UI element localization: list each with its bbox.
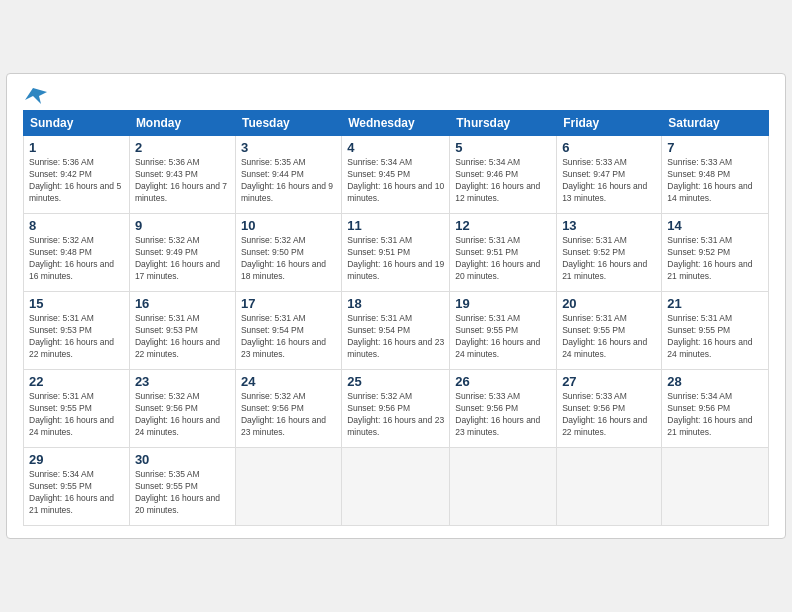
day-cell-20: 20 Sunrise: 5:31 AM Sunset: 9:55 PM Dayl…: [557, 292, 662, 370]
day-number: 6: [562, 140, 656, 155]
weekday-header-sunday: Sunday: [24, 111, 130, 136]
day-number: 24: [241, 374, 336, 389]
day-info: Sunrise: 5:32 AM Sunset: 9:48 PM Dayligh…: [29, 235, 124, 283]
day-number: 15: [29, 296, 124, 311]
day-number: 16: [135, 296, 230, 311]
weekday-header-saturday: Saturday: [662, 111, 769, 136]
day-number: 30: [135, 452, 230, 467]
empty-cell: [662, 448, 769, 526]
calendar-table: SundayMondayTuesdayWednesdayThursdayFrid…: [23, 110, 769, 526]
weekday-header-monday: Monday: [129, 111, 235, 136]
week-row-1: 1 Sunrise: 5:36 AM Sunset: 9:42 PM Dayli…: [24, 136, 769, 214]
day-number: 5: [455, 140, 551, 155]
weekday-header-tuesday: Tuesday: [235, 111, 341, 136]
day-cell-27: 27 Sunrise: 5:33 AM Sunset: 9:56 PM Dayl…: [557, 370, 662, 448]
day-cell-24: 24 Sunrise: 5:32 AM Sunset: 9:56 PM Dayl…: [235, 370, 341, 448]
day-info: Sunrise: 5:31 AM Sunset: 9:53 PM Dayligh…: [135, 313, 230, 361]
weekday-header-row: SundayMondayTuesdayWednesdayThursdayFrid…: [24, 111, 769, 136]
day-number: 7: [667, 140, 763, 155]
day-info: Sunrise: 5:33 AM Sunset: 9:56 PM Dayligh…: [562, 391, 656, 439]
day-number: 27: [562, 374, 656, 389]
day-number: 3: [241, 140, 336, 155]
day-cell-17: 17 Sunrise: 5:31 AM Sunset: 9:54 PM Dayl…: [235, 292, 341, 370]
day-number: 2: [135, 140, 230, 155]
day-cell-18: 18 Sunrise: 5:31 AM Sunset: 9:54 PM Dayl…: [342, 292, 450, 370]
day-info: Sunrise: 5:31 AM Sunset: 9:51 PM Dayligh…: [455, 235, 551, 283]
day-number: 25: [347, 374, 444, 389]
day-cell-4: 4 Sunrise: 5:34 AM Sunset: 9:45 PM Dayli…: [342, 136, 450, 214]
day-number: 9: [135, 218, 230, 233]
day-cell-13: 13 Sunrise: 5:31 AM Sunset: 9:52 PM Dayl…: [557, 214, 662, 292]
weekday-header-wednesday: Wednesday: [342, 111, 450, 136]
day-number: 18: [347, 296, 444, 311]
day-cell-5: 5 Sunrise: 5:34 AM Sunset: 9:46 PM Dayli…: [450, 136, 557, 214]
day-cell-12: 12 Sunrise: 5:31 AM Sunset: 9:51 PM Dayl…: [450, 214, 557, 292]
day-number: 23: [135, 374, 230, 389]
day-cell-15: 15 Sunrise: 5:31 AM Sunset: 9:53 PM Dayl…: [24, 292, 130, 370]
day-info: Sunrise: 5:33 AM Sunset: 9:48 PM Dayligh…: [667, 157, 763, 205]
day-info: Sunrise: 5:31 AM Sunset: 9:55 PM Dayligh…: [667, 313, 763, 361]
day-info: Sunrise: 5:36 AM Sunset: 9:42 PM Dayligh…: [29, 157, 124, 205]
day-info: Sunrise: 5:31 AM Sunset: 9:52 PM Dayligh…: [667, 235, 763, 283]
day-number: 20: [562, 296, 656, 311]
weekday-header-thursday: Thursday: [450, 111, 557, 136]
day-number: 8: [29, 218, 124, 233]
day-number: 12: [455, 218, 551, 233]
day-info: Sunrise: 5:32 AM Sunset: 9:56 PM Dayligh…: [135, 391, 230, 439]
day-info: Sunrise: 5:35 AM Sunset: 9:55 PM Dayligh…: [135, 469, 230, 517]
day-cell-14: 14 Sunrise: 5:31 AM Sunset: 9:52 PM Dayl…: [662, 214, 769, 292]
day-number: 4: [347, 140, 444, 155]
week-row-2: 8 Sunrise: 5:32 AM Sunset: 9:48 PM Dayli…: [24, 214, 769, 292]
day-cell-22: 22 Sunrise: 5:31 AM Sunset: 9:55 PM Dayl…: [24, 370, 130, 448]
day-info: Sunrise: 5:33 AM Sunset: 9:47 PM Dayligh…: [562, 157, 656, 205]
day-cell-26: 26 Sunrise: 5:33 AM Sunset: 9:56 PM Dayl…: [450, 370, 557, 448]
day-info: Sunrise: 5:31 AM Sunset: 9:54 PM Dayligh…: [347, 313, 444, 361]
day-cell-1: 1 Sunrise: 5:36 AM Sunset: 9:42 PM Dayli…: [24, 136, 130, 214]
day-number: 17: [241, 296, 336, 311]
header: [23, 86, 769, 100]
day-info: Sunrise: 5:34 AM Sunset: 9:45 PM Dayligh…: [347, 157, 444, 205]
empty-cell: [557, 448, 662, 526]
day-cell-19: 19 Sunrise: 5:31 AM Sunset: 9:55 PM Dayl…: [450, 292, 557, 370]
day-info: Sunrise: 5:32 AM Sunset: 9:56 PM Dayligh…: [241, 391, 336, 439]
day-cell-8: 8 Sunrise: 5:32 AM Sunset: 9:48 PM Dayli…: [24, 214, 130, 292]
empty-cell: [235, 448, 341, 526]
day-number: 26: [455, 374, 551, 389]
day-info: Sunrise: 5:34 AM Sunset: 9:46 PM Dayligh…: [455, 157, 551, 205]
day-info: Sunrise: 5:31 AM Sunset: 9:55 PM Dayligh…: [29, 391, 124, 439]
weekday-header-friday: Friday: [557, 111, 662, 136]
day-number: 14: [667, 218, 763, 233]
week-row-5: 29 Sunrise: 5:34 AM Sunset: 9:55 PM Dayl…: [24, 448, 769, 526]
day-number: 29: [29, 452, 124, 467]
day-info: Sunrise: 5:34 AM Sunset: 9:56 PM Dayligh…: [667, 391, 763, 439]
day-number: 28: [667, 374, 763, 389]
svg-marker-0: [25, 88, 47, 104]
calendar-container: SundayMondayTuesdayWednesdayThursdayFrid…: [6, 73, 786, 539]
day-cell-2: 2 Sunrise: 5:36 AM Sunset: 9:43 PM Dayli…: [129, 136, 235, 214]
day-info: Sunrise: 5:34 AM Sunset: 9:55 PM Dayligh…: [29, 469, 124, 517]
day-cell-21: 21 Sunrise: 5:31 AM Sunset: 9:55 PM Dayl…: [662, 292, 769, 370]
day-info: Sunrise: 5:31 AM Sunset: 9:55 PM Dayligh…: [455, 313, 551, 361]
week-row-4: 22 Sunrise: 5:31 AM Sunset: 9:55 PM Dayl…: [24, 370, 769, 448]
day-info: Sunrise: 5:32 AM Sunset: 9:56 PM Dayligh…: [347, 391, 444, 439]
day-cell-6: 6 Sunrise: 5:33 AM Sunset: 9:47 PM Dayli…: [557, 136, 662, 214]
day-cell-7: 7 Sunrise: 5:33 AM Sunset: 9:48 PM Dayli…: [662, 136, 769, 214]
day-info: Sunrise: 5:36 AM Sunset: 9:43 PM Dayligh…: [135, 157, 230, 205]
logo-bird-icon: [25, 86, 47, 104]
day-cell-23: 23 Sunrise: 5:32 AM Sunset: 9:56 PM Dayl…: [129, 370, 235, 448]
day-cell-3: 3 Sunrise: 5:35 AM Sunset: 9:44 PM Dayli…: [235, 136, 341, 214]
week-row-3: 15 Sunrise: 5:31 AM Sunset: 9:53 PM Dayl…: [24, 292, 769, 370]
day-number: 13: [562, 218, 656, 233]
logo: [23, 86, 47, 100]
day-info: Sunrise: 5:31 AM Sunset: 9:54 PM Dayligh…: [241, 313, 336, 361]
day-number: 19: [455, 296, 551, 311]
day-number: 11: [347, 218, 444, 233]
day-info: Sunrise: 5:31 AM Sunset: 9:53 PM Dayligh…: [29, 313, 124, 361]
day-cell-25: 25 Sunrise: 5:32 AM Sunset: 9:56 PM Dayl…: [342, 370, 450, 448]
day-number: 21: [667, 296, 763, 311]
day-cell-29: 29 Sunrise: 5:34 AM Sunset: 9:55 PM Dayl…: [24, 448, 130, 526]
day-number: 1: [29, 140, 124, 155]
day-info: Sunrise: 5:31 AM Sunset: 9:55 PM Dayligh…: [562, 313, 656, 361]
day-info: Sunrise: 5:32 AM Sunset: 9:50 PM Dayligh…: [241, 235, 336, 283]
empty-cell: [450, 448, 557, 526]
